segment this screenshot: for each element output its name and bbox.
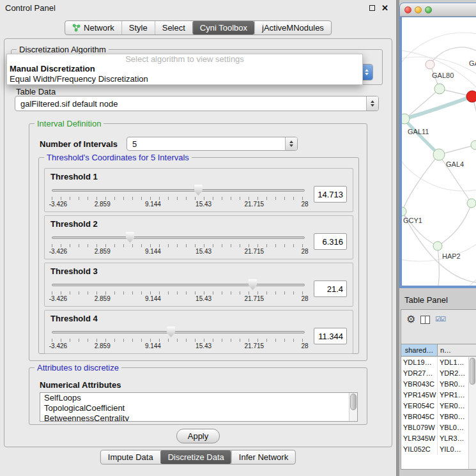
network-node[interactable] <box>402 207 406 216</box>
mac-minimize-button[interactable] <box>415 6 422 13</box>
cell-shared-name[interactable]: YDL19… <box>401 357 438 368</box>
tab-discretize-data[interactable]: Discretize Data <box>160 450 231 464</box>
table-row[interactable]: YBR045CYBR0… <box>401 411 468 422</box>
threshold-2-slider-thumb[interactable] <box>126 232 134 243</box>
table-row[interactable]: YER054CYER0… <box>401 401 468 411</box>
threshold-4-slider[interactable]: -3.4262.8599.14415.4321.71528 <box>50 325 306 352</box>
scrollbar-thumb[interactable] <box>350 394 357 410</box>
cell-name[interactable]: YBR0… <box>438 379 468 390</box>
tab-impute-data[interactable]: Impute Data <box>101 450 160 464</box>
scrollbar-thumb[interactable] <box>470 358 475 385</box>
attribute-item[interactable]: BetweennessCentrality <box>44 413 357 422</box>
tab-select[interactable]: Select <box>155 21 192 35</box>
tab-label: Impute Data <box>108 452 153 462</box>
table-row[interactable]: YDL19…YDL1… <box>401 357 468 368</box>
top-tabstrip: Network Style Select Cyni Toolbox jActiv… <box>65 20 332 35</box>
network-node[interactable] <box>426 60 434 69</box>
cell-name[interactable]: YER0… <box>438 401 468 411</box>
column-header-shared-name[interactable]: shared… <box>401 344 438 356</box>
interval-definition-group: Interval Definition Number of Intervals … <box>29 123 367 361</box>
cell-shared-name[interactable]: YER054C <box>401 401 438 411</box>
cell-shared-name[interactable]: YIL052C <box>401 444 438 455</box>
number-of-intervals-row: Number of Intervals 5 <box>40 137 357 151</box>
slider-track[interactable] <box>52 189 305 192</box>
threshold-3-slider[interactable]: -3.4262.8599.14415.4321.71528 <box>50 278 306 305</box>
mac-zoom-button[interactable] <box>425 6 432 13</box>
table-row[interactable]: YBL079WYBL0… <box>401 422 468 433</box>
number-of-intervals-combobox[interactable]: 5 <box>127 137 298 151</box>
cell-name[interactable]: YDL1… <box>438 357 468 368</box>
table-columns-icon[interactable] <box>420 316 430 324</box>
threshold-1-value-field[interactable] <box>314 186 347 203</box>
cell-name[interactable]: YLR3… <box>438 433 468 444</box>
tab-infer-network[interactable]: Infer Network <box>231 450 295 464</box>
cell-shared-name[interactable]: YLR345W <box>401 433 438 444</box>
gear-icon[interactable]: ⚙ <box>406 314 415 325</box>
tab-jactivemnodules[interactable]: jActiveMNodules <box>254 21 331 35</box>
table-rows: YDL19…YDL1…YDR27…YDR2…YBR043CYBR0…YPR145… <box>401 357 468 469</box>
threshold-3-slider-thumb[interactable] <box>249 279 257 290</box>
float-window-icon[interactable] <box>369 5 375 11</box>
table-row[interactable]: YPR145WYPR1… <box>401 390 468 401</box>
cell-name[interactable]: YBL0… <box>438 422 468 433</box>
tab-style[interactable]: Style <box>121 21 155 35</box>
cell-shared-name[interactable]: YBR045C <box>401 411 438 422</box>
table-row[interactable]: YBR043CYBR0… <box>401 379 468 390</box>
threshold-1-panel: Threshold 1 -3.4262.8599.14415.4321.7152… <box>44 168 353 212</box>
selected-node[interactable] <box>466 91 476 102</box>
cell-name[interactable]: YPR1… <box>438 390 468 401</box>
slider-track[interactable] <box>52 284 305 286</box>
tab-network[interactable]: Network <box>65 21 121 35</box>
close-icon[interactable]: ✕ <box>381 4 388 12</box>
table-row[interactable]: YIL052CYIL0… <box>401 444 468 455</box>
attribute-item[interactable]: SelfLoops <box>44 393 357 403</box>
cell-name[interactable]: YBR0… <box>438 411 468 422</box>
dropdown-item-equal-width[interactable]: Equal Width/Frequency Discretization <box>7 74 362 84</box>
network-node[interactable] <box>433 242 442 250</box>
cell-shared-name[interactable]: YBL079W <box>401 422 438 433</box>
dropdown-item-manual-discretization[interactable]: Manual Discretization <box>7 64 362 74</box>
network-node[interactable] <box>471 141 476 150</box>
scale-label: 21.715 <box>245 295 265 302</box>
cell-shared-name[interactable]: YDR27… <box>401 368 438 379</box>
network-canvas[interactable]: GAL80GALGAL11GAL4GCY1HAP2 <box>402 17 476 286</box>
threshold-4-value-field[interactable] <box>314 328 347 344</box>
tab-cyni-toolbox[interactable]: Cyni Toolbox <box>192 21 254 35</box>
apply-button[interactable]: Apply <box>176 429 220 443</box>
cell-name[interactable]: YDR2… <box>438 368 468 379</box>
threshold-2-slider[interactable]: -3.4262.8599.14415.4321.71528 <box>50 231 306 257</box>
table-row[interactable]: YLR345WYLR3… <box>401 433 468 444</box>
threshold-3-label: Threshold 3 <box>50 266 347 276</box>
table-row[interactable]: YDR27…YDR2… <box>401 368 468 379</box>
threshold-4-panel: Threshold 4 -3.4262.8599.14415.4321.7152… <box>44 310 353 354</box>
group-title: Discretization Algorithm <box>17 45 109 54</box>
threshold-3-value-field[interactable] <box>314 280 347 297</box>
slider-track[interactable] <box>52 236 305 239</box>
cell-name[interactable]: YIL0… <box>438 444 468 455</box>
threshold-4-slider-thumb[interactable] <box>167 326 175 337</box>
table-scrollbar[interactable] <box>468 357 476 469</box>
checkbox-grid-icon[interactable]: ☑☑ <box>435 316 445 323</box>
cell-shared-name[interactable]: YBR043C <box>401 379 438 390</box>
slider-track[interactable] <box>52 331 305 334</box>
scale-label: 21.715 <box>245 342 265 349</box>
threshold-2-value-field[interactable] <box>314 233 347 250</box>
list-scrollbar[interactable] <box>349 393 357 421</box>
slider-scale: -3.4262.8599.14415.4321.71528 <box>52 248 305 256</box>
mac-close-button[interactable] <box>404 6 411 13</box>
combobox-stepper-icon[interactable] <box>366 96 378 111</box>
combobox-stepper-icon[interactable] <box>285 137 297 150</box>
scale-label: 28 <box>301 342 308 349</box>
network-node[interactable] <box>467 199 476 208</box>
table-data-combobox[interactable]: galFiltered.sif default node <box>15 96 379 111</box>
network-node[interactable] <box>402 114 410 124</box>
threshold-1-slider-thumb[interactable] <box>194 185 203 196</box>
attribute-item[interactable]: TopologicalCoefficient <box>44 403 357 413</box>
network-node[interactable] <box>433 149 445 160</box>
cell-shared-name[interactable]: YPR145W <box>401 390 438 401</box>
column-header-name[interactable]: n… <box>438 344 476 356</box>
threshold-1-slider[interactable]: -3.4262.8599.14415.4321.71528 <box>50 183 306 210</box>
numerical-attributes-list[interactable]: SelfLoopsTopologicalCoefficientBetweenne… <box>40 392 358 422</box>
network-node[interactable] <box>434 84 445 94</box>
node-label: GAL <box>469 59 476 67</box>
